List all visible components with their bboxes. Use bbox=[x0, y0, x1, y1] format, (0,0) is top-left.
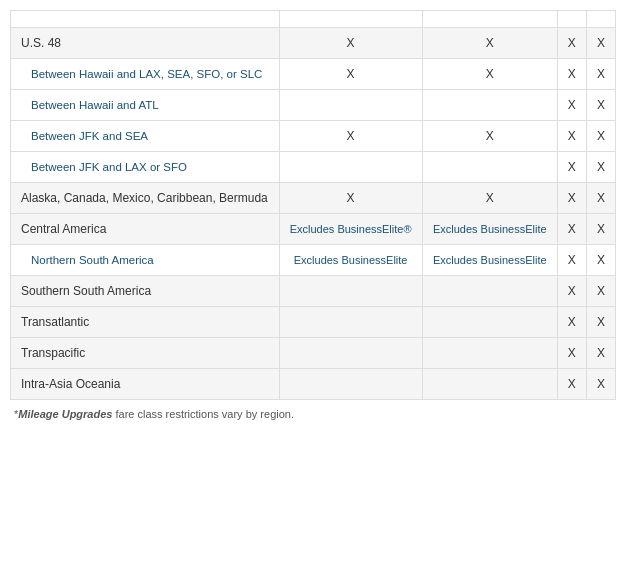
region-cell: Between Hawaii and LAX, SEA, SFO, or SLC bbox=[11, 59, 280, 90]
col3-cell: X bbox=[557, 183, 586, 214]
header-region bbox=[11, 11, 280, 28]
table-row: Between Hawaii and ATLXX bbox=[11, 90, 616, 121]
table-row: Alaska, Canada, Mexico, Caribbean, Bermu… bbox=[11, 183, 616, 214]
col2-cell: Excludes BusinessElite bbox=[422, 214, 557, 245]
col4-cell: X bbox=[586, 152, 615, 183]
col3-cell: X bbox=[557, 245, 586, 276]
col1-cell: X bbox=[279, 121, 422, 152]
col4-cell: X bbox=[586, 369, 615, 400]
region-cell: Between JFK and SEA bbox=[11, 121, 280, 152]
table-row: Southern South AmericaXX bbox=[11, 276, 616, 307]
col2-cell: X bbox=[422, 121, 557, 152]
header-col3 bbox=[557, 11, 586, 28]
col2-cell bbox=[422, 90, 557, 121]
col3-cell: X bbox=[557, 338, 586, 369]
col2-cell: X bbox=[422, 59, 557, 90]
col4-cell: X bbox=[586, 276, 615, 307]
region-cell: Transatlantic bbox=[11, 307, 280, 338]
col4-cell: X bbox=[586, 90, 615, 121]
col4-cell: X bbox=[586, 28, 615, 59]
col4-cell: X bbox=[586, 121, 615, 152]
col2-cell bbox=[422, 152, 557, 183]
table-row: TranspacificXX bbox=[11, 338, 616, 369]
region-cell: Between JFK and LAX or SFO bbox=[11, 152, 280, 183]
col4-cell: X bbox=[586, 59, 615, 90]
region-cell: Southern South America bbox=[11, 276, 280, 307]
col3-cell: X bbox=[557, 121, 586, 152]
region-cell: U.S. 48 bbox=[11, 28, 280, 59]
table-row: Between Hawaii and LAX, SEA, SFO, or SLC… bbox=[11, 59, 616, 90]
header-col2 bbox=[422, 11, 557, 28]
col2-cell bbox=[422, 307, 557, 338]
col2-cell bbox=[422, 276, 557, 307]
header-col4 bbox=[586, 11, 615, 28]
col1-cell: X bbox=[279, 183, 422, 214]
col2-cell bbox=[422, 338, 557, 369]
col4-cell: X bbox=[586, 338, 615, 369]
col4-cell: X bbox=[586, 307, 615, 338]
col2-cell: X bbox=[422, 28, 557, 59]
col3-cell: X bbox=[557, 28, 586, 59]
col4-cell: X bbox=[586, 245, 615, 276]
col1-cell: X bbox=[279, 59, 422, 90]
table-row: Central AmericaExcludes BusinessElite®Ex… bbox=[11, 214, 616, 245]
footnote-text: *Mileage Upgrades fare class restriction… bbox=[14, 408, 294, 420]
header-col1 bbox=[279, 11, 422, 28]
col3-cell: X bbox=[557, 276, 586, 307]
col1-cell bbox=[279, 276, 422, 307]
region-cell: Between Hawaii and ATL bbox=[11, 90, 280, 121]
table-row: U.S. 48XXXX bbox=[11, 28, 616, 59]
col3-cell: X bbox=[557, 214, 586, 245]
col3-cell: X bbox=[557, 90, 586, 121]
col3-cell: X bbox=[557, 59, 586, 90]
col4-cell: X bbox=[586, 214, 615, 245]
col3-cell: X bbox=[557, 369, 586, 400]
col2-cell: Excludes BusinessElite bbox=[422, 245, 557, 276]
col1-cell bbox=[279, 152, 422, 183]
col2-cell bbox=[422, 369, 557, 400]
col4-cell: X bbox=[586, 183, 615, 214]
upgrade-table: U.S. 48XXXXBetween Hawaii and LAX, SEA, … bbox=[10, 10, 616, 400]
col1-cell: Excludes BusinessElite® bbox=[279, 214, 422, 245]
region-cell: Central America bbox=[11, 214, 280, 245]
region-cell: Intra-Asia Oceania bbox=[11, 369, 280, 400]
col1-cell bbox=[279, 369, 422, 400]
col1-cell: Excludes BusinessElite bbox=[279, 245, 422, 276]
col1-cell bbox=[279, 90, 422, 121]
col3-cell: X bbox=[557, 307, 586, 338]
table-row: TransatlanticXX bbox=[11, 307, 616, 338]
table-row: Between JFK and LAX or SFOXX bbox=[11, 152, 616, 183]
table-row: Northern South AmericaExcludes BusinessE… bbox=[11, 245, 616, 276]
region-cell: Transpacific bbox=[11, 338, 280, 369]
footnote: *Mileage Upgrades fare class restriction… bbox=[10, 408, 616, 420]
col3-cell: X bbox=[557, 152, 586, 183]
col2-cell: X bbox=[422, 183, 557, 214]
col1-cell: X bbox=[279, 28, 422, 59]
table-row: Between JFK and SEAXXXX bbox=[11, 121, 616, 152]
region-cell: Northern South America bbox=[11, 245, 280, 276]
col1-cell bbox=[279, 307, 422, 338]
region-cell: Alaska, Canada, Mexico, Caribbean, Bermu… bbox=[11, 183, 280, 214]
col1-cell bbox=[279, 338, 422, 369]
table-row: Intra-Asia OceaniaXX bbox=[11, 369, 616, 400]
